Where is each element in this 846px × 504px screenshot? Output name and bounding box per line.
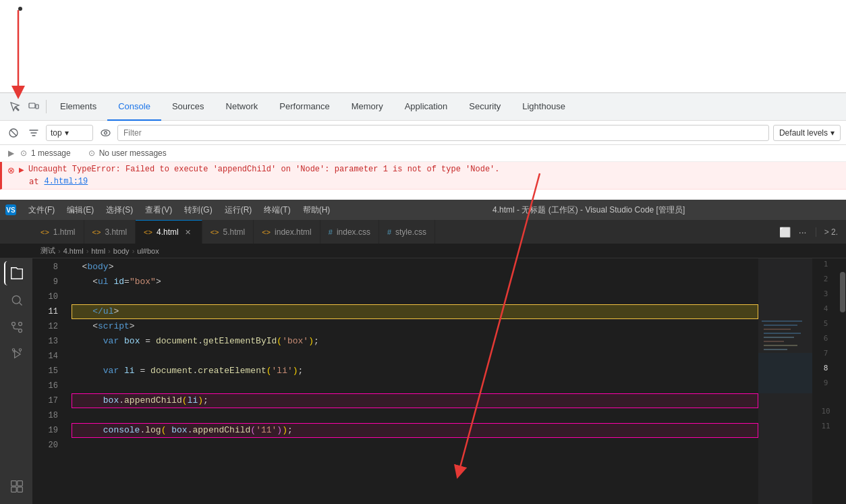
menu-goto[interactable]: 转到(G): [179, 203, 217, 217]
svg-rect-24: [764, 337, 794, 338]
tab-3html[interactable]: <> 3.html: [84, 220, 136, 244]
right-ln-5: 5: [812, 319, 839, 334]
tab-3html-label: 3.html: [105, 227, 127, 237]
code-line-11: </ul>: [72, 304, 758, 319]
code-line-13: var box = document.getElementById('box')…: [72, 334, 758, 349]
clear-console-icon[interactable]: [5, 125, 22, 141]
browser-content-area: [0, 0, 846, 92]
debug-icon[interactable]: [4, 342, 28, 366]
tab-lighthouse[interactable]: Lighthouse: [511, 93, 576, 121]
breadcrumb-root[interactable]: 测试: [40, 246, 55, 256]
menu-view[interactable]: 查看(V): [140, 203, 177, 217]
more-actions-icon[interactable]: ···: [795, 225, 810, 240]
svg-rect-27: [764, 349, 787, 350]
explorer-icon[interactable]: [4, 261, 28, 285]
info-dot-icon: ⊙: [20, 148, 27, 158]
minimap-visualization: [758, 258, 812, 504]
tab-application[interactable]: Application: [394, 93, 459, 121]
split-editor-icon[interactable]: ⬜: [778, 225, 793, 240]
svg-point-10: [19, 323, 22, 326]
filter-icon[interactable]: [26, 125, 42, 141]
line-num-12: 12: [32, 319, 58, 334]
right-ln-1: 1: [812, 260, 839, 275]
right-ln-3: 3: [812, 289, 839, 304]
code-line-8: <body>: [72, 260, 758, 275]
tab-indexcss[interactable]: # index.css: [320, 220, 379, 244]
menu-run[interactable]: 运行(R): [219, 203, 258, 217]
chevron-down-icon: ▾: [65, 128, 69, 138]
tab-4html-close-icon[interactable]: ✕: [183, 227, 194, 237]
code-line-10: [72, 289, 758, 304]
code-line-18: [72, 408, 758, 423]
menu-file[interactable]: 文件(F): [23, 203, 60, 217]
tab-5html-label: 5.html: [223, 227, 246, 237]
breadcrumb-file[interactable]: 4.html: [63, 247, 84, 255]
vscode-tabs-bar: <> 1.html <> 3.html <> 4.html ✕ <> 5.htm…: [0, 220, 846, 244]
line-num-17: 17: [32, 393, 58, 408]
scrollbar-thumb[interactable]: [840, 272, 845, 312]
error-location-link[interactable]: 4.html:19: [44, 177, 88, 186]
svg-rect-16: [18, 481, 23, 486]
code-content: 8 9 10 11 12 13 14 15 16 17 18 19 20: [32, 258, 758, 504]
console-filter-input[interactable]: [117, 125, 769, 141]
tab-stylecss-label: style.css: [395, 227, 426, 237]
tab-console[interactable]: Console: [107, 93, 161, 121]
tab-memory[interactable]: Memory: [341, 93, 394, 121]
code-line-12: <script>: [72, 319, 758, 334]
breadcrumb-bar: 测试 › 4.html › html › body › ul#box: [0, 244, 846, 258]
right-ln-2: 2: [812, 275, 839, 289]
log-levels-label: Default levels: [779, 128, 828, 138]
tab-network[interactable]: Network: [215, 93, 269, 121]
tab-security[interactable]: Security: [458, 93, 511, 121]
code-editor[interactable]: 8 9 10 11 12 13 14 15 16 17 18 19 20: [32, 258, 758, 504]
tab-1html[interactable]: <> 1.html: [32, 220, 84, 244]
breadcrumb-sep-3: ›: [108, 247, 111, 255]
error-message-text: Uncaught TypeError: Failed to execute 'a…: [28, 165, 500, 174]
tab-performance[interactable]: Performance: [269, 93, 340, 121]
menu-selection[interactable]: 选择(S): [101, 203, 138, 217]
device-toolbar-icon[interactable]: [24, 97, 43, 116]
svg-line-7: [20, 303, 22, 306]
svg-rect-26: [764, 345, 797, 346]
activity-bar: [0, 258, 32, 504]
line-num-14: 14: [32, 349, 58, 364]
log-levels-selector[interactable]: Default levels ▾: [773, 125, 841, 141]
code-line-14: [72, 349, 758, 364]
menu-edit[interactable]: 编辑(E): [61, 203, 99, 217]
context-value: top: [51, 128, 62, 138]
tab-indexhtml[interactable]: <> index.html: [254, 220, 320, 244]
tab-elements[interactable]: Elements: [49, 93, 107, 121]
devtools-tabs-bar: Elements Console Sources Network Perform…: [0, 93, 846, 121]
separator: [46, 100, 47, 113]
line-num-11: 11: [32, 304, 58, 319]
source-control-icon[interactable]: [4, 315, 28, 339]
tab-css-icon-idx: #: [329, 228, 333, 236]
search-icon[interactable]: [4, 288, 28, 312]
menu-terminal[interactable]: 终端(T): [258, 203, 295, 217]
breadcrumb-body[interactable]: body: [113, 247, 130, 255]
account-icon: ⊙: [88, 148, 95, 158]
code-line-17: box.appendChild(li);: [72, 393, 758, 408]
breadcrumb-html[interactable]: html: [91, 247, 105, 255]
context-selector[interactable]: top ▾: [46, 125, 93, 141]
line-num-20: 20: [32, 438, 58, 453]
tab-stylecss[interactable]: # style.css: [379, 220, 435, 244]
extensions-icon[interactable]: [4, 474, 28, 499]
tab-html-icon-idx: <>: [262, 228, 271, 236]
svg-point-8: [12, 323, 16, 326]
log-levels-chevron-icon: ▾: [830, 128, 835, 138]
menu-help[interactable]: 帮助(H): [298, 203, 336, 217]
breadcrumb-ul[interactable]: ul#box: [137, 247, 159, 255]
eye-icon[interactable]: [97, 125, 113, 141]
expand-error-icon[interactable]: ▶: [19, 166, 24, 173]
tab-4html[interactable]: <> 4.html ✕: [136, 220, 202, 244]
right-panel-label: > 2.: [816, 227, 846, 237]
tab-sources[interactable]: Sources: [161, 93, 215, 121]
svg-point-4: [101, 130, 110, 136]
expand-icon[interactable]: ▶: [5, 148, 16, 159]
code-line-16: [72, 379, 758, 393]
console-error-row: ⊗ ▶ Uncaught TypeError: Failed to execut…: [0, 162, 846, 190]
inspect-element-icon[interactable]: [5, 97, 24, 116]
tab-5html[interactable]: <> 5.html: [202, 220, 254, 244]
vertical-scrollbar[interactable]: [839, 258, 846, 504]
